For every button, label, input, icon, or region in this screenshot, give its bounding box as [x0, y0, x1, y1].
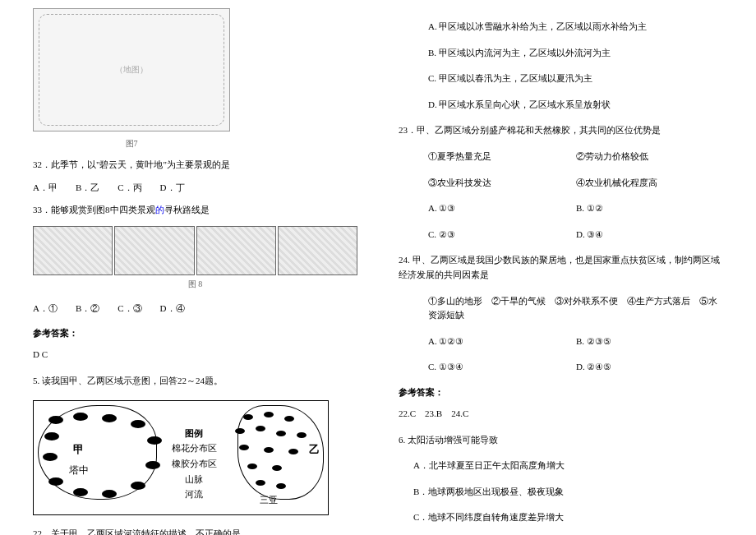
q32-options: A．甲 B．乙 C．丙 D．丁 — [33, 181, 357, 196]
map-figure-7: （地图） — [33, 8, 230, 131]
q22-text: 关于甲、乙两区域河流特征的描述，不正确的是 — [51, 528, 241, 535]
q23-opt-c: C. ②③ — [428, 228, 576, 242]
figure7-caption: 图7 — [33, 138, 230, 150]
q5-text: 读我国甲、乙两区域示意图，回答22～24题。 — [39, 376, 223, 385]
figure8-photos — [33, 226, 357, 275]
question-32: 32．此季节，以"碧云天，黄叶地"为主要景观的是 — [33, 158, 357, 173]
q22-option-a: A. 甲区域以冰雪融水补给为主，乙区域以雨水补给为主 — [399, 20, 723, 35]
region-jia: 甲 塔中 — [40, 408, 168, 508]
figure8-caption: 图 8 — [33, 279, 357, 290]
legend-mountain: 山脉 — [161, 472, 227, 487]
q5-number: 5. — [33, 376, 39, 385]
question-22: 22．关于甲、乙两区域河流特征的描述，不正确的是 — [33, 527, 357, 535]
label-jia: 甲 — [73, 442, 84, 457]
q23-cond3: ③农业科技发达 — [428, 176, 576, 191]
photo-2 — [114, 226, 194, 275]
region-map-figure: 甲 塔中 图例 棉花分布区 橡胶分布区 山脉 河流 乙 三 — [33, 400, 329, 515]
q6-option-a: A．北半球夏至日正午太阳高度角增大 — [399, 459, 723, 473]
q23-conditions-row2: ③农业科技发达 ④农业机械化程度高 — [399, 176, 723, 191]
q23-opt-d: D. ③④ — [576, 228, 603, 242]
label-yi: 乙 — [309, 442, 320, 457]
q23-options-row2: C. ②③ D. ③④ — [399, 228, 723, 242]
q33-options: A．① B．② C．③ D．④ — [33, 302, 357, 316]
q6-option-b: B．地球两极地区出现极昼、极夜现象 — [399, 485, 723, 500]
q6-number: 6. — [399, 435, 405, 445]
q23-options-row1: A. ①③ B. ①② — [399, 201, 723, 216]
question-5: 5. 读我国甲、乙两区域示意图，回答22～24题。 — [33, 374, 357, 389]
q32-number: 32． — [33, 159, 51, 169]
q23-opt-b: B. ①② — [576, 201, 603, 216]
answer-text-right: 22.C 23.B 24.C — [399, 407, 723, 422]
photo-1 — [33, 226, 113, 275]
map-legend: 图例 棉花分布区 橡胶分布区 山脉 河流 — [161, 426, 227, 502]
legend-rubber: 橡胶分布区 — [161, 456, 227, 472]
q23-conditions-row1: ①夏季热量充足 ②劳动力价格较低 — [399, 150, 723, 164]
q24-options-row1: A. ①②③ B. ②③⑤ — [399, 334, 723, 349]
photo-4 — [278, 226, 357, 275]
q32-text: 此季节，以"碧云天，黄叶地"为主要景观的是 — [51, 159, 230, 169]
q23-cond2: ②劳动力价格较低 — [576, 150, 648, 164]
label-tazhong: 塔中 — [69, 464, 89, 477]
legend-cotton: 棉花分布区 — [161, 440, 227, 456]
q24-opt-c: C. ①③④ — [428, 360, 576, 375]
question-23: 23．甲、乙两区域分别盛产棉花和天然橡胶，其共同的区位优势是 — [399, 123, 723, 138]
question-24: 24. 甲、乙两区域是我国少数民族的聚居地，也是国家重点扶贫区域，制约两区域经济… — [399, 253, 723, 282]
q22-option-b: B. 甲区域以内流河为主，乙区域以外流河为主 — [399, 46, 723, 61]
q33-link-word: 的 — [155, 205, 164, 214]
q24-opt-d: D. ②④⑤ — [576, 360, 611, 375]
q6-text: 太阳活动增强可能导致 — [405, 435, 498, 445]
q23-text: 甲、乙两区域分别盛产棉花和天然橡胶，其共同的区位优势是 — [417, 125, 661, 135]
label-sanya: 三亚 — [260, 494, 278, 506]
q24-options-row2: C. ①③④ D. ②④⑤ — [399, 360, 723, 375]
legend-river: 河流 — [161, 487, 227, 502]
q22-option-c: C. 甲区域以春汛为主，乙区域以夏汛为主 — [399, 71, 723, 86]
answer-header-right: 参考答案： — [399, 386, 723, 399]
region-yi: 乙 三亚 — [227, 408, 321, 508]
question-33: 33．能够观赏到图8中四类景观的寻秋路线是 — [33, 203, 357, 218]
q24-opt-a: A. ①②③ — [428, 334, 576, 349]
q22-option-d: D. 甲区域水系呈向心状，乙区域水系呈放射状 — [399, 98, 723, 113]
answer-text-left: D C — [33, 348, 357, 362]
q33-text-part2: 寻秋路线是 — [164, 205, 210, 214]
q22-number: 22． — [33, 528, 51, 535]
q6-option-c: C．地球不同纬度自转角速度差异增大 — [399, 510, 723, 525]
q23-cond1: ①夏季热量充足 — [428, 150, 576, 164]
q23-cond4: ④农业机械化程度高 — [576, 176, 657, 191]
q24-opt-b: B. ②③⑤ — [576, 334, 611, 349]
q33-text-part1: 能够观赏到图8中四类景观 — [51, 205, 155, 214]
answer-header-left: 参考答案： — [33, 327, 357, 339]
q23-opt-a: A. ①③ — [428, 201, 576, 216]
question-6: 6. 太阳活动增强可能导致 — [399, 433, 723, 448]
photo-3 — [196, 226, 276, 275]
q33-number: 33． — [33, 205, 51, 214]
legend-title: 图例 — [161, 426, 227, 441]
q24-conditions: ①多山的地形 ②干旱的气候 ③对外联系不便 ④生产方式落后 ⑤水资源短缺 — [399, 294, 723, 323]
q23-number: 23． — [399, 125, 417, 135]
